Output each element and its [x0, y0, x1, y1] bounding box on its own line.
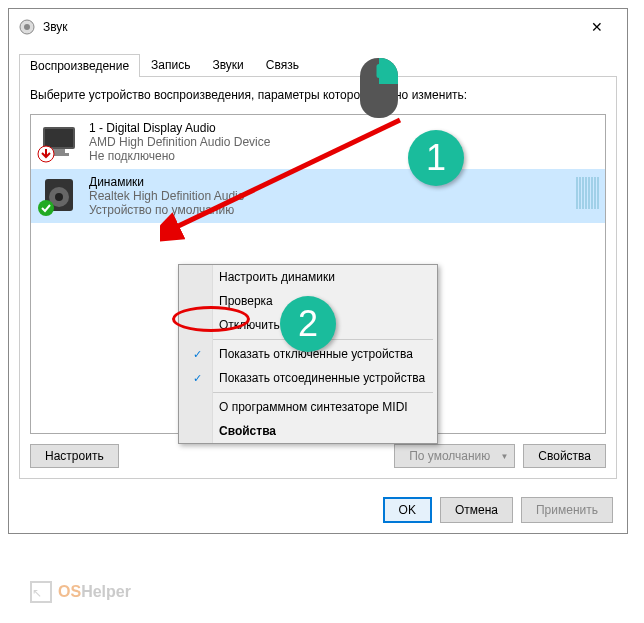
check-icon: ✓ — [193, 348, 202, 361]
device-info: 1 - Digital Display Audio AMD High Defin… — [89, 121, 270, 163]
tab-strip: Воспроизведение Запись Звуки Связь — [19, 53, 617, 77]
menu-show-disconnected[interactable]: ✓ Показать отсоединенные устройства — [179, 366, 437, 390]
tab-playback[interactable]: Воспроизведение — [19, 54, 140, 77]
device-info: Динамики Realtek High Definition Audio У… — [89, 175, 244, 217]
svg-point-1 — [24, 24, 30, 30]
device-icon-wrap — [39, 175, 79, 215]
apply-button[interactable]: Применить — [521, 497, 613, 523]
chevron-down-icon: ▼ — [500, 451, 508, 460]
down-arrow-badge-icon — [37, 145, 55, 163]
window-title: Звук — [43, 20, 577, 34]
menu-separator — [183, 392, 433, 393]
panel-buttons: Настроить По умолчанию ▼ Свойства — [30, 444, 606, 468]
context-menu: Настроить динамики Проверка Отключить ✓ … — [178, 264, 438, 444]
svg-point-10 — [38, 200, 54, 216]
close-button[interactable]: ✕ — [577, 15, 617, 39]
watermark-text: Helper — [81, 583, 131, 601]
mouse-annotation-icon — [360, 58, 398, 118]
device-desc: AMD High Definition Audio Device — [89, 135, 270, 149]
annotation-badge-2: 2 — [280, 296, 336, 352]
tab-communications[interactable]: Связь — [255, 53, 310, 76]
dialog-buttons: OK Отмена Применить — [9, 487, 627, 533]
set-default-button[interactable]: По умолчанию ▼ — [394, 444, 515, 468]
device-item[interactable]: 1 - Digital Display Audio AMD High Defin… — [31, 115, 605, 169]
device-desc: Realtek High Definition Audio — [89, 189, 244, 203]
device-item[interactable]: Динамики Realtek High Definition Audio У… — [31, 169, 605, 223]
sound-icon — [19, 19, 35, 35]
cursor-icon: ↖ — [30, 581, 52, 603]
watermark-text: OS — [58, 583, 81, 601]
svg-point-9 — [55, 193, 63, 201]
titlebar: Звук ✕ — [9, 9, 627, 45]
device-status: Устройство по умолчанию — [89, 203, 244, 217]
tab-recording[interactable]: Запись — [140, 53, 201, 76]
configure-button[interactable]: Настроить — [30, 444, 119, 468]
instruction-text: Выберите устройство воспроизведения, пар… — [30, 87, 606, 104]
device-status: Не подключено — [89, 149, 270, 163]
tab-sounds[interactable]: Звуки — [201, 53, 254, 76]
cancel-button[interactable]: Отмена — [440, 497, 513, 523]
check-icon: ✓ — [193, 372, 202, 385]
annotation-badge-1: 1 — [408, 130, 464, 186]
device-icon-wrap — [39, 121, 79, 161]
device-name: Динамики — [89, 175, 244, 189]
ok-button[interactable]: OK — [383, 497, 432, 523]
properties-button[interactable]: Свойства — [523, 444, 606, 468]
menu-configure[interactable]: Настроить динамики — [179, 265, 437, 289]
menu-about-midi[interactable]: О программном синтезаторе MIDI — [179, 395, 437, 419]
menu-properties[interactable]: Свойства — [179, 419, 437, 443]
level-meter — [576, 177, 599, 209]
watermark: ↖ OS Helper — [30, 581, 131, 603]
device-name: 1 - Digital Display Audio — [89, 121, 270, 135]
check-badge-icon — [37, 199, 55, 217]
